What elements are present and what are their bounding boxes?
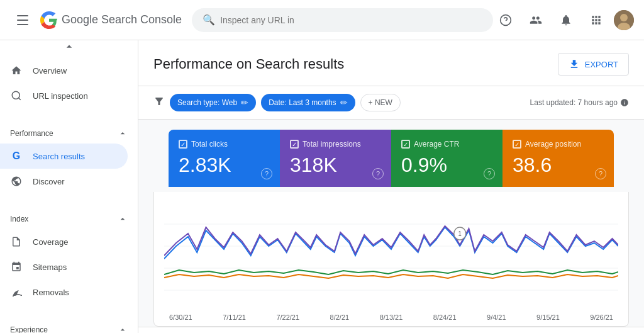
average-position-label: Average position [513, 140, 604, 149]
average-position-help-icon[interactable]: ? [595, 168, 606, 179]
google-logo-icon [40, 11, 58, 29]
average-ctr-help-icon[interactable]: ? [484, 168, 495, 179]
last-updated: Last updated: 7 hours ago [530, 98, 629, 107]
tab-queries[interactable]: QUERIES [153, 327, 215, 333]
search-icon: 🔍 [203, 14, 215, 26]
sidebar-overview-section: Overview URL inspection [0, 53, 138, 113]
app-container: Google Search Console 🔍 [0, 0, 644, 333]
sidebar-discover-label: Discover [33, 177, 65, 186]
avatar[interactable] [614, 10, 634, 30]
x-label-2: 7/22/21 [276, 313, 299, 321]
x-label-7: 9/15/21 [536, 313, 560, 321]
home-icon [10, 64, 23, 77]
chart-container: 1 6/30/21 7/11/21 7/22/21 8/2/21 8/13/21… [153, 192, 629, 327]
average-position-checkbox[interactable] [513, 140, 521, 149]
sidebar: Overview URL inspection Performance G [0, 40, 138, 333]
metric-average-position: Average position 38.6 ? [502, 130, 614, 187]
sidebar-performance-header[interactable]: Performance [0, 123, 138, 144]
sidebar-sitemaps-label: Sitemaps [33, 262, 67, 272]
sidebar-item-url-inspection[interactable]: URL inspection [0, 83, 128, 108]
tab-pages[interactable]: PAGES [215, 327, 268, 333]
search-results-icon: G [10, 150, 23, 162]
x-label-8: 9/26/21 [590, 313, 613, 321]
x-label-5: 8/24/21 [433, 313, 457, 321]
export-label: EXPORT [585, 60, 618, 69]
x-label-1: 7/11/21 [223, 313, 246, 321]
export-icon [569, 59, 580, 70]
coverage-icon [10, 235, 23, 248]
main-content: Performance on Search results EXPORT Sea… [138, 40, 644, 333]
total-impressions-checkbox[interactable] [290, 140, 299, 149]
sidebar-item-coverage[interactable]: Coverage [0, 229, 128, 254]
experience-collapse-icon [118, 325, 128, 333]
search-type-edit-icon: ✏ [241, 98, 248, 108]
sidebar-url-inspection-label: URL inspection [33, 91, 88, 101]
sidebar-search-results-label: Search results [33, 152, 85, 161]
experience-section-label: Experience [10, 325, 48, 333]
average-ctr-label: Average CTR [401, 140, 492, 149]
sidebar-item-sitemaps[interactable]: Sitemaps [0, 254, 128, 279]
total-clicks-label: Total clicks [179, 140, 270, 149]
tab-devices[interactable]: DEVICES [340, 327, 400, 333]
average-ctr-checkbox[interactable] [401, 140, 410, 149]
filter-bar: Search type: Web ✏ Date: Last 3 months ✏… [138, 86, 644, 120]
search-type-filter[interactable]: Search type: Web ✏ [170, 94, 256, 111]
total-impressions-value: 318K [290, 154, 381, 177]
index-section-label: Index [10, 215, 28, 223]
tab-dates[interactable]: DATES [518, 327, 569, 333]
tab-search-appearance[interactable]: SEARCH APPEARANCE [401, 327, 518, 333]
bottom-tabs: QUERIES PAGES COUNTRIES DEVICES SEARCH A… [138, 327, 644, 333]
main-area: Overview URL inspection Performance G [0, 40, 644, 333]
menu-icon[interactable] [10, 8, 35, 33]
filter-icon[interactable] [153, 96, 165, 110]
performance-chart: 1 [164, 202, 618, 309]
svg-point-3 [620, 14, 628, 21]
svg-line-6 [18, 98, 20, 99]
sidebar-overview-label: Overview [33, 66, 67, 76]
x-label-0: 6/30/21 [169, 313, 192, 321]
export-button[interactable]: EXPORT [558, 53, 629, 76]
average-ctr-value: 0.9% [401, 154, 492, 177]
date-filter[interactable]: Date: Last 3 months ✏ [261, 94, 355, 111]
total-clicks-value: 2.83K [179, 154, 270, 177]
removals-icon [10, 286, 23, 298]
notifications-icon[interactable] [553, 8, 579, 33]
metric-total-clicks: Total clicks 2.83K ? [169, 130, 280, 187]
tab-countries[interactable]: COUNTRIES [267, 327, 340, 333]
help-icon[interactable] [493, 8, 518, 33]
sidebar-item-discover[interactable]: Discover [0, 169, 128, 194]
sidebar-experience-header[interactable]: Experience [0, 320, 138, 333]
metrics-chart-section: Total clicks 2.83K ? Total impressions 3… [138, 120, 644, 327]
average-position-value: 38.6 [513, 154, 604, 177]
svg-text:1: 1 [458, 230, 462, 237]
url-search-bar[interactable]: 🔍 [192, 8, 493, 32]
new-label: + NEW [369, 98, 392, 107]
topbar-actions [493, 8, 634, 33]
sidebar-item-overview[interactable]: Overview [0, 58, 128, 83]
sidebar-item-removals[interactable]: Removals [0, 279, 128, 305]
total-clicks-help-icon[interactable]: ? [261, 168, 272, 179]
total-impressions-label: Total impressions [290, 140, 381, 149]
content-header: Performance on Search results EXPORT [138, 40, 644, 86]
sitemaps-icon [10, 261, 23, 273]
x-label-3: 8/2/21 [330, 313, 350, 321]
sidebar-index-section: Index Coverage Sitemaps [0, 204, 138, 310]
total-impressions-help-icon[interactable]: ? [372, 168, 384, 179]
page-title: Performance on Search results [153, 56, 344, 72]
discover-icon [10, 175, 23, 188]
info-icon [620, 98, 629, 107]
app-logo: Google Search Console [40, 11, 182, 29]
sidebar-removals-label: Removals [33, 288, 69, 297]
sidebar-item-search-results[interactable]: G Search results [0, 144, 128, 169]
new-filter-button[interactable]: + NEW [360, 94, 401, 111]
sidebar-index-header[interactable]: Index [0, 209, 138, 229]
search-input[interactable] [220, 15, 482, 25]
apps-icon[interactable] [584, 8, 609, 33]
url-inspection-icon [10, 89, 23, 102]
sidebar-experience-section: Experience Page Experience Core Web Vita… [0, 315, 138, 333]
index-collapse-icon [118, 214, 128, 224]
manage-accounts-icon[interactable] [523, 8, 548, 33]
sidebar-scroll-up[interactable] [0, 40, 138, 53]
svg-point-5 [12, 91, 19, 99]
total-clicks-checkbox[interactable] [179, 140, 187, 149]
